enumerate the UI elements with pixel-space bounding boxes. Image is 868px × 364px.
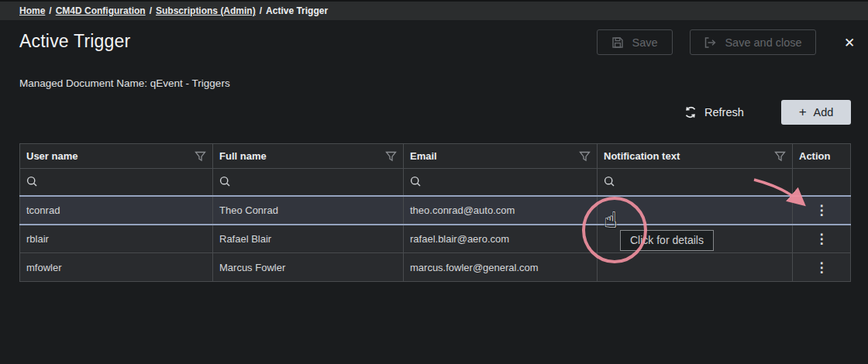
save-and-close-icon: [704, 36, 717, 49]
action-cell: ⋮: [793, 253, 851, 282]
search-icon: [26, 176, 206, 187]
table-header-row: User name Full name: [20, 144, 851, 169]
refresh-button[interactable]: Refresh: [684, 101, 744, 124]
breadcrumb-separator: /: [150, 5, 152, 16]
column-header-label: Email: [410, 150, 437, 162]
save-and-close-button[interactable]: Save and close: [690, 29, 816, 55]
column-header-full-name[interactable]: Full name: [213, 144, 404, 169]
search-icon: [410, 176, 591, 187]
breadcrumb-current: Active Trigger: [266, 5, 328, 16]
breadcrumb-link-cm4d-configuration[interactable]: CM4D Configuration: [56, 5, 146, 16]
save-and-close-button-label: Save and close: [725, 36, 801, 49]
refresh-button-label: Refresh: [704, 106, 744, 118]
click-for-details-tooltip: Click for details: [620, 230, 714, 251]
column-header-label: Action: [799, 150, 830, 162]
filter-funnel-icon[interactable]: [774, 151, 786, 162]
column-header-label: User name: [26, 150, 78, 162]
save-icon: [611, 36, 624, 49]
notification-text-cell: [598, 196, 793, 225]
full-name-cell: Theo Conrad: [213, 196, 404, 225]
table-body: tconradTheo Conradtheo.conrad@auto.com⋮r…: [20, 196, 851, 282]
email-cell: marcus.fowler@general.com: [404, 253, 598, 282]
close-button[interactable]: ✕: [839, 33, 859, 53]
row-actions-kebab-icon[interactable]: ⋮: [815, 261, 828, 274]
filter-input-user-name[interactable]: [20, 169, 213, 196]
add-button[interactable]: + Add: [781, 100, 851, 125]
column-header-email[interactable]: Email: [404, 144, 598, 169]
refresh-icon: [684, 105, 698, 119]
filter-funnel-icon[interactable]: [579, 151, 591, 162]
add-button-label: Add: [814, 106, 834, 118]
managed-document-name: Managed Document Name: qEvent - Triggers: [19, 77, 230, 89]
table-row[interactable]: rblairRafael Blairrafael.blair@aero.com⋮: [20, 225, 851, 253]
breadcrumb-link-home[interactable]: Home: [19, 5, 45, 16]
save-button[interactable]: Save: [597, 29, 673, 55]
column-header-action: Action: [793, 144, 851, 169]
filter-cell-action-empty: [793, 169, 851, 196]
page-title: Active Trigger: [19, 31, 130, 52]
filter-input-email[interactable]: [404, 169, 598, 196]
table-filter-row: [20, 169, 851, 196]
full-name-cell: Marcus Fowler: [213, 253, 404, 282]
active-trigger-page: Home / CM4D Configuration / Subscription…: [0, 0, 868, 364]
breadcrumb-link-subscriptions-admin[interactable]: Subscriptions (Admin): [156, 5, 256, 16]
filter-input-notification-text[interactable]: [598, 169, 793, 196]
column-header-label: Notification text: [604, 150, 680, 162]
row-actions-kebab-icon[interactable]: ⋮: [815, 232, 828, 246]
row-actions-kebab-icon[interactable]: ⋮: [815, 204, 828, 217]
column-header-notification-text[interactable]: Notification text: [598, 144, 793, 169]
save-button-label: Save: [632, 36, 657, 49]
search-icon: [604, 176, 786, 187]
column-header-label: Full name: [219, 150, 267, 162]
filter-funnel-icon[interactable]: [385, 151, 397, 162]
email-cell: rafael.blair@aero.com: [404, 225, 598, 253]
close-icon: ✕: [844, 35, 855, 51]
table-row[interactable]: mfowlerMarcus Fowlermarcus.fowler@genera…: [20, 253, 851, 282]
breadcrumb-separator: /: [260, 5, 262, 16]
filter-input-full-name[interactable]: [213, 169, 404, 196]
search-icon: [219, 176, 397, 187]
filter-funnel-icon[interactable]: [195, 151, 206, 162]
action-cell: ⋮: [793, 196, 851, 225]
breadcrumb: Home / CM4D Configuration / Subscription…: [0, 0, 868, 20]
plus-icon: +: [799, 105, 807, 118]
breadcrumb-separator: /: [49, 5, 51, 16]
user-name-cell: mfowler: [20, 253, 213, 282]
triggers-table: User name Full name: [19, 143, 851, 282]
column-header-user-name[interactable]: User name: [20, 144, 213, 169]
notification-text-cell: [598, 253, 793, 282]
email-cell: theo.conrad@auto.com: [404, 196, 598, 225]
action-cell: ⋮: [793, 225, 851, 253]
table-row[interactable]: tconradTheo Conradtheo.conrad@auto.com⋮: [20, 196, 851, 225]
user-name-cell: tconrad: [20, 196, 213, 225]
user-name-cell: rblair: [20, 225, 213, 253]
full-name-cell: Rafael Blair: [213, 225, 404, 253]
